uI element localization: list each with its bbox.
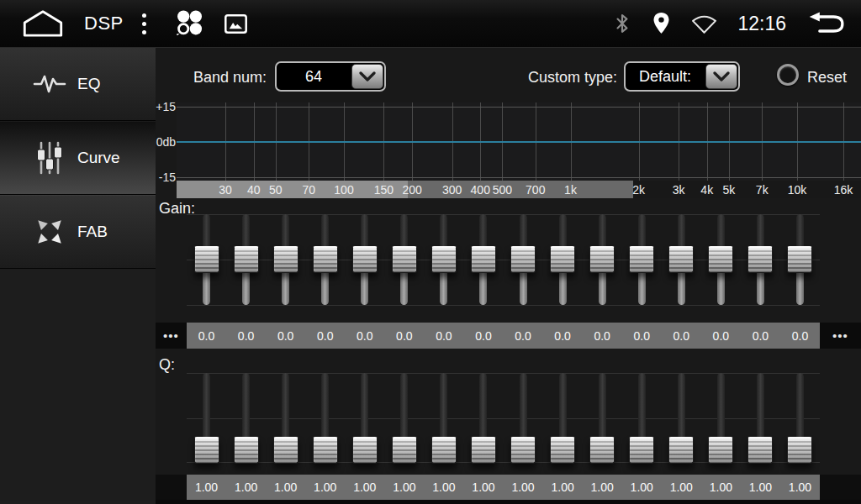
q-slider[interactable]	[780, 371, 820, 465]
q-slider[interactable]	[424, 371, 463, 465]
slider-knob[interactable]	[471, 246, 496, 273]
slider-knob[interactable]	[510, 246, 536, 273]
gain-slider[interactable]	[622, 213, 662, 317]
band-num-label: Band num:	[193, 69, 267, 87]
band-num-select[interactable]: 64	[275, 61, 386, 92]
sidebar-item-fab[interactable]: FAB	[0, 195, 156, 269]
q-value: 1.00	[701, 480, 741, 494]
q-slider[interactable]	[583, 371, 622, 465]
gain-slider[interactable]	[384, 213, 424, 317]
slider-knob[interactable]	[747, 246, 773, 273]
slider-knob[interactable]	[392, 437, 417, 464]
q-slider[interactable]	[345, 371, 384, 465]
y-axis-tick: 0db	[156, 135, 176, 149]
gain-slider[interactable]	[424, 213, 463, 317]
gain-slider[interactable]	[741, 213, 780, 317]
slider-knob[interactable]	[431, 246, 457, 273]
gain-slider[interactable]	[583, 213, 622, 317]
freq-tick-label: 3k	[673, 183, 685, 197]
q-slider[interactable]	[662, 371, 701, 465]
q-slider[interactable]	[741, 371, 780, 465]
sidebar-item-curve[interactable]: Curve	[0, 121, 156, 195]
slider-knob[interactable]	[510, 437, 536, 464]
slider-knob[interactable]	[273, 246, 298, 273]
slider-knob[interactable]	[747, 437, 773, 464]
slider-knob[interactable]	[352, 437, 378, 464]
q-slider[interactable]	[463, 371, 503, 465]
freq-tick-label: 5k	[722, 183, 735, 197]
slider-knob[interactable]	[550, 246, 575, 273]
gain-slider[interactable]	[701, 213, 741, 317]
gain-value: 0.0	[504, 329, 543, 343]
gain-slider[interactable]	[463, 213, 503, 317]
eq-curve-line	[177, 141, 861, 143]
slider-knob[interactable]	[629, 437, 654, 464]
slider-knob[interactable]	[708, 437, 733, 464]
q-slider[interactable]	[504, 371, 543, 465]
q-value: 1.00	[384, 480, 424, 494]
slider-knob[interactable]	[194, 437, 219, 464]
slider-knob[interactable]	[787, 437, 812, 464]
q-slider[interactable]	[266, 371, 305, 465]
gain-sliders	[187, 213, 820, 317]
slider-knob[interactable]	[589, 246, 615, 273]
location-icon	[652, 12, 671, 35]
slider-knob[interactable]	[471, 437, 496, 464]
gain-slider[interactable]	[662, 213, 701, 317]
apps-clover-icon[interactable]	[172, 6, 207, 41]
q-slider[interactable]	[543, 371, 583, 465]
gallery-icon[interactable]	[224, 13, 248, 34]
reset-radio[interactable]	[777, 64, 799, 86]
gain-slider[interactable]	[543, 213, 583, 317]
sidebar-item-eq[interactable]: EQ	[0, 47, 156, 121]
q-slider[interactable]	[384, 371, 424, 465]
slider-knob[interactable]	[234, 246, 259, 273]
slider-knob[interactable]	[313, 246, 338, 273]
slider-knob[interactable]	[550, 437, 575, 464]
back-icon[interactable]	[806, 12, 848, 36]
slider-knob[interactable]	[313, 437, 338, 464]
home-icon[interactable]	[22, 9, 64, 38]
gain-slider[interactable]	[780, 213, 820, 317]
slider-knob[interactable]	[431, 437, 457, 464]
q-value: 1.00	[424, 480, 463, 494]
slider-knob[interactable]	[668, 437, 694, 464]
slider-knob[interactable]	[787, 246, 812, 273]
slider-knob[interactable]	[352, 246, 378, 273]
q-slider[interactable]	[226, 371, 266, 465]
slider-knob[interactable]	[392, 246, 417, 273]
slider-knob[interactable]	[589, 437, 615, 464]
slider-knob[interactable]	[234, 437, 259, 464]
q-value: 1.00	[662, 480, 701, 494]
q-value: 1.00	[622, 480, 662, 494]
q-slider[interactable]	[187, 371, 226, 465]
freq-tick-label: 400	[471, 183, 490, 197]
slider-knob[interactable]	[194, 246, 219, 273]
gain-slider[interactable]	[345, 213, 384, 317]
wifi-icon	[691, 13, 717, 34]
q-slider[interactable]	[622, 371, 662, 465]
gain-slider[interactable]	[504, 213, 543, 317]
sidebar-item-label: Curve	[77, 149, 120, 167]
gain-more-left-button[interactable]: •••	[156, 323, 187, 349]
gain-slider[interactable]	[305, 213, 345, 317]
sidebar-item-label: EQ	[77, 75, 100, 93]
freq-tick-label: 16k	[834, 183, 853, 197]
slider-knob[interactable]	[668, 246, 694, 273]
gain-value: 0.0	[780, 329, 820, 343]
q-slider[interactable]	[305, 371, 345, 465]
freq-tick-label: 150	[374, 183, 394, 197]
gain-slider[interactable]	[226, 213, 266, 317]
q-slider[interactable]	[701, 371, 741, 465]
slider-knob[interactable]	[273, 437, 298, 464]
gain-slider[interactable]	[266, 213, 305, 317]
custom-type-select[interactable]: Default:	[624, 61, 740, 92]
overflow-menu-icon[interactable]	[142, 13, 146, 34]
slider-knob[interactable]	[708, 246, 733, 273]
reset-label: Reset	[807, 69, 847, 87]
gain-slider[interactable]	[187, 213, 226, 317]
band-num-value: 64	[277, 63, 351, 90]
gain-more-right-button[interactable]: •••	[820, 323, 861, 349]
slider-knob[interactable]	[629, 246, 654, 273]
eq-curve-plot[interactable]	[177, 102, 861, 181]
